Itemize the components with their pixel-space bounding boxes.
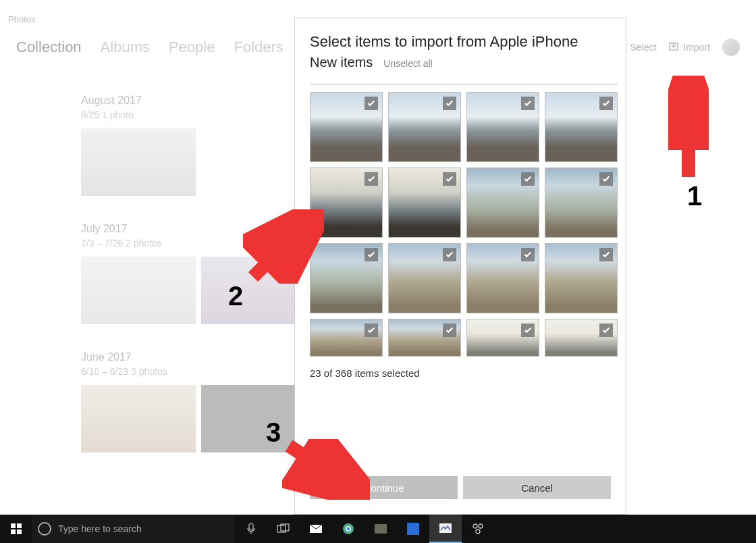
start-button[interactable]	[0, 515, 32, 543]
checkmark-icon	[521, 324, 535, 337]
svg-point-13	[479, 524, 483, 528]
import-item[interactable]	[545, 319, 618, 357]
photo-thumb[interactable]	[81, 385, 196, 452]
checkmark-icon	[599, 324, 613, 337]
import-icon	[668, 41, 679, 53]
annotation-number-2: 2	[228, 281, 243, 311]
svg-rect-4	[249, 523, 253, 530]
taskbar-app-mail[interactable]	[300, 515, 332, 543]
annotation-number-1: 1	[687, 181, 702, 211]
checkmark-icon	[364, 324, 378, 337]
checkmark-icon	[364, 248, 378, 261]
svg-line-3	[289, 446, 356, 490]
taskbar-app-generic-3[interactable]	[462, 515, 494, 543]
import-item[interactable]	[466, 92, 539, 162]
avatar[interactable]	[722, 38, 740, 56]
import-item[interactable]	[466, 167, 539, 238]
checkmark-icon	[521, 172, 535, 186]
import-item[interactable]	[545, 92, 618, 162]
checkmark-icon	[521, 97, 535, 110]
checkmark-icon	[443, 324, 456, 337]
checkmark-icon	[364, 172, 378, 186]
import-item[interactable]	[310, 92, 383, 162]
svg-line-2	[253, 219, 310, 277]
annotation-arrow-3	[282, 439, 370, 500]
import-item[interactable]	[545, 243, 618, 313]
photo-thumb[interactable]	[81, 257, 196, 324]
taskbar-app-photos[interactable]	[429, 515, 462, 543]
annotation-arrow-2	[243, 209, 324, 284]
select-button[interactable]: Select	[630, 42, 656, 53]
annotation-arrow-1	[668, 76, 709, 184]
checkmark-icon	[443, 172, 456, 186]
taskbar-search[interactable]: Type here to search	[32, 515, 235, 543]
search-placeholder: Type here to search	[58, 523, 142, 534]
checkmark-icon	[443, 97, 456, 110]
taskbar-app-generic-2[interactable]	[397, 515, 429, 543]
checkmark-icon	[599, 248, 613, 261]
dialog-subtitle: New items	[310, 55, 373, 70]
import-item[interactable]	[310, 319, 383, 357]
taskbar: Type here to search	[0, 515, 756, 543]
unselect-all-link[interactable]: Unselect all	[383, 58, 432, 69]
checkmark-icon	[521, 248, 535, 261]
app-title: Photos	[8, 14, 35, 24]
tab-albums[interactable]: Albums	[101, 38, 150, 56]
svg-point-10	[347, 527, 350, 531]
taskbar-app-chrome[interactable]	[332, 515, 364, 543]
photo-thumb[interactable]	[81, 128, 196, 196]
import-item[interactable]	[466, 319, 539, 357]
import-item[interactable]	[466, 243, 539, 313]
tab-folders[interactable]: Folders	[234, 38, 283, 56]
checkmark-icon	[599, 97, 613, 110]
import-item[interactable]	[388, 92, 461, 162]
svg-point-12	[473, 524, 477, 528]
mic-button[interactable]	[235, 515, 267, 543]
windows-icon	[11, 523, 22, 534]
import-item[interactable]	[545, 167, 618, 238]
annotation-number-3: 3	[266, 417, 281, 448]
checkmark-icon	[443, 248, 456, 261]
tab-collection[interactable]: Collection	[16, 38, 82, 56]
dialog-title: Select items to import from Apple iPhone	[310, 33, 611, 51]
import-item[interactable]	[388, 319, 461, 357]
import-button[interactable]: Import	[668, 41, 710, 53]
svg-point-14	[476, 529, 480, 534]
import-item[interactable]	[388, 243, 461, 313]
checkmark-icon	[599, 172, 613, 186]
task-view-button[interactable]	[267, 515, 300, 543]
cortana-icon	[38, 522, 51, 536]
tab-people[interactable]: People	[169, 38, 215, 56]
checkmark-icon	[364, 97, 378, 110]
selection-status: 23 of 368 items selected	[295, 357, 626, 390]
taskbar-app-generic-1[interactable]	[364, 515, 397, 543]
import-item[interactable]	[388, 167, 461, 238]
cancel-button[interactable]: Cancel	[463, 476, 611, 499]
import-grid	[295, 84, 626, 357]
